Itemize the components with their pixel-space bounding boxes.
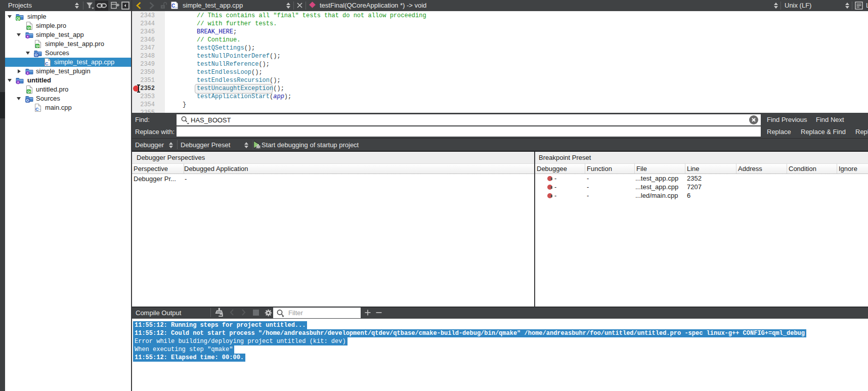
svg-text:↔: ↔	[175, 5, 178, 9]
